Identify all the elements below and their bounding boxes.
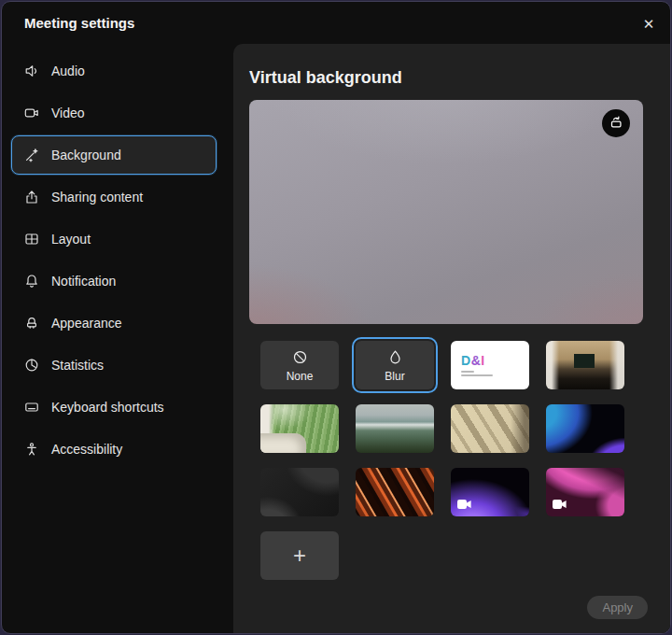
sidebar-item-label: Background: [51, 148, 121, 162]
background-tile-purple-glow-video[interactable]: [451, 468, 529, 516]
page-title: Virtual background: [249, 68, 402, 88]
close-button[interactable]: ✕: [637, 12, 661, 36]
background-thumbnail-grid: None Blur D&I: [260, 341, 624, 580]
dialog-title: Meeting settings: [24, 15, 134, 31]
background-tile-blurred-mountains[interactable]: [356, 404, 434, 453]
background-tile-d-and-i-logo[interactable]: D&I: [451, 341, 529, 389]
sidebar-item-video[interactable]: Video: [11, 93, 217, 133]
sidebar-item-notification[interactable]: Notification: [11, 261, 217, 301]
sidebar-item-audio[interactable]: Audio: [11, 51, 217, 91]
sidebar-item-appearance[interactable]: Appearance: [11, 303, 217, 343]
share-icon: [23, 189, 40, 205]
layout-grid-icon: [23, 231, 40, 247]
logo-tagline-line: [461, 371, 474, 373]
d-and-i-logo: D&I: [461, 354, 485, 367]
sidebar-item-label: Notification: [51, 274, 116, 289]
video-camera-badge-icon: [457, 500, 471, 509]
background-tile-abstract-blue-purple[interactable]: [546, 404, 624, 453]
sidebar-item-label: Audio: [51, 64, 85, 78]
camera-preview: [249, 100, 643, 324]
flip-camera-button[interactable]: [602, 109, 630, 137]
sidebar-item-keyboard-shortcuts[interactable]: Keyboard shortcuts: [11, 388, 217, 427]
settings-sidebar: Audio Video Background Sharing content L…: [2, 49, 233, 633]
blur-droplet-icon: [386, 348, 404, 369]
apply-button[interactable]: Apply: [587, 596, 648, 619]
add-background-button[interactable]: +: [260, 531, 339, 580]
magic-wand-icon: [23, 147, 40, 163]
keyboard-icon: [23, 399, 40, 416]
sidebar-item-label: Sharing content: [51, 190, 143, 205]
sidebar-item-accessibility[interactable]: Accessibility: [11, 430, 217, 469]
meeting-settings-dialog: Meeting settings ✕ Audio Video Backgroun…: [1, 1, 671, 634]
close-icon: ✕: [643, 16, 655, 32]
background-tile-blur[interactable]: Blur: [356, 341, 434, 389]
background-tile-dark-swirl[interactable]: [260, 468, 339, 516]
tile-label: Blur: [385, 370, 404, 383]
sidebar-item-label: Layout: [51, 232, 91, 247]
plus-icon: +: [293, 544, 306, 567]
sidebar-item-sharing-content[interactable]: Sharing content: [11, 177, 217, 217]
titlebar: Meeting settings ✕: [2, 2, 670, 44]
background-tile-none[interactable]: None: [260, 341, 339, 389]
sidebar-item-label: Accessibility: [51, 442, 122, 457]
pie-chart-icon: [23, 357, 40, 374]
video-camera-badge-icon: [553, 500, 567, 509]
speaker-icon: [23, 63, 40, 79]
logo-tagline-line: [461, 374, 493, 376]
sidebar-item-label: Appearance: [51, 316, 122, 331]
sidebar-item-statistics[interactable]: Statistics: [11, 346, 217, 385]
flip-camera-icon: [608, 114, 624, 134]
background-tile-living-room[interactable]: [260, 404, 339, 453]
accessibility-icon: [23, 441, 40, 458]
virtual-background-panel: Virtual background None Blur: [233, 44, 670, 633]
sidebar-item-label: Keyboard shortcuts: [51, 400, 164, 415]
bell-icon: [23, 273, 40, 289]
background-tile-office-interior[interactable]: [546, 341, 624, 389]
none-icon: [291, 348, 309, 369]
sidebar-item-background[interactable]: Background: [11, 135, 217, 175]
background-tile-lava-texture[interactable]: [356, 468, 434, 516]
sidebar-item-layout[interactable]: Layout: [11, 219, 217, 259]
background-tile-window-light[interactable]: [451, 404, 529, 453]
video-camera-icon: [23, 105, 40, 121]
paintbrush-icon: [23, 315, 40, 332]
sidebar-item-label: Statistics: [51, 358, 104, 373]
tile-label: None: [287, 370, 314, 383]
sidebar-item-label: Video: [51, 106, 85, 120]
background-tile-pink-waves-video[interactable]: [546, 468, 624, 516]
